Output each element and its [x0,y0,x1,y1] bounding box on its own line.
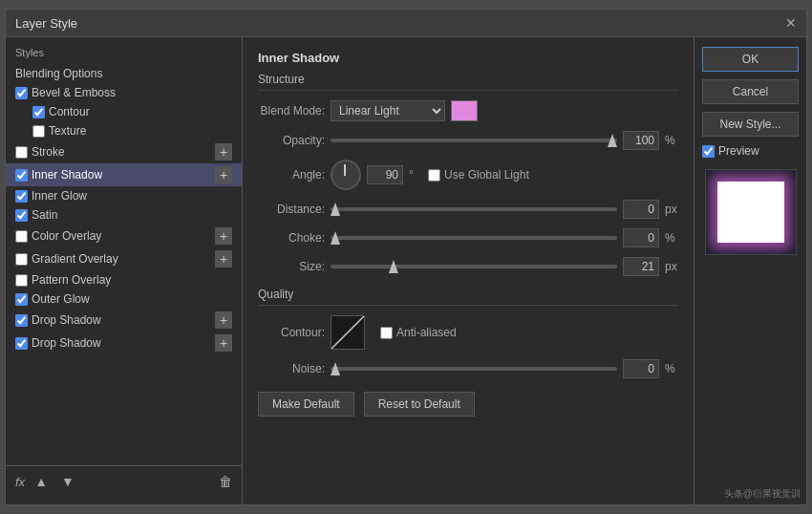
sidebar-item-bevel-emboss[interactable]: Bevel & Emboss [6,83,242,102]
quality-section: Quality Contour: Anti-aliased [258,288,678,378]
drop-shadow-1-checkbox[interactable] [15,314,28,327]
sidebar-item-gradient-overlay[interactable]: Gradient Overlay + [6,247,242,270]
angle-dial[interactable] [331,160,361,190]
inner-shadow-checkbox[interactable] [15,169,28,182]
choke-row: Choke: % [258,228,678,247]
size-slider[interactable] [331,265,617,268]
ok-button[interactable]: OK [702,47,799,72]
move-up-button[interactable]: ▲ [31,472,52,491]
size-input[interactable] [623,257,659,276]
angle-label: Angle: [258,168,325,182]
contour-preview[interactable] [331,315,365,350]
contour-label: Contour: [258,326,325,339]
right-panel: OK Cancel New Style... Preview [694,37,806,504]
anti-aliased-checkbox[interactable] [380,327,393,339]
color-overlay-label: Color Overlay [32,229,215,243]
choke-unit: % [665,231,678,245]
delete-button[interactable]: 🗑 [219,474,232,489]
size-unit: px [665,260,678,273]
drop-shadow-2-add-button[interactable]: + [215,334,232,352]
preview-checkbox[interactable] [702,145,715,158]
inner-glow-checkbox[interactable] [15,190,28,203]
sidebar-item-satin[interactable]: Satin [6,205,242,225]
choke-input[interactable] [623,228,659,247]
sidebar-item-stroke[interactable]: Stroke + [6,140,242,163]
sidebar-item-texture[interactable]: Texture [6,121,242,140]
contour-row: Contour: Anti-aliased [258,315,678,350]
structure-label: Structure [258,73,678,91]
contour-label: Contour [49,105,232,118]
color-overlay-add-button[interactable]: + [215,227,232,245]
outer-glow-checkbox[interactable] [15,293,28,306]
drop-shadow-1-add-button[interactable]: + [215,311,232,329]
close-button[interactable]: ✕ [785,15,797,31]
noise-label: Noise: [258,362,325,375]
noise-input[interactable] [623,359,659,378]
bevel-emboss-label: Bevel & Emboss [32,86,232,99]
section-title: Inner Shadow [258,51,678,65]
layer-style-dialog: Layer Style ✕ Styles Blending Options Be… [5,9,807,505]
anti-aliased-label[interactable]: Anti-aliased [380,326,457,339]
opacity-label: Opacity: [258,134,325,147]
pattern-overlay-label: Pattern Overlay [32,273,232,287]
texture-checkbox[interactable] [32,125,45,138]
noise-slider[interactable] [331,367,617,371]
gradient-overlay-label: Gradient Overlay [32,252,215,266]
distance-slider[interactable] [331,207,617,211]
choke-slider-container [331,236,617,240]
styles-header: Styles [6,45,242,64]
preview-label[interactable]: Preview [702,144,799,158]
bevel-emboss-checkbox[interactable] [15,87,28,99]
dialog-title: Layer Style [15,16,77,31]
make-default-button[interactable]: Make Default [258,392,354,417]
stroke-label: Stroke [32,145,215,159]
sidebar-item-inner-glow[interactable]: Inner Glow [6,186,242,205]
opacity-slider[interactable] [331,139,617,142]
color-overlay-checkbox[interactable] [15,230,28,243]
move-down-button[interactable]: ▼ [57,472,78,491]
sidebar-item-outer-glow[interactable]: Outer Glow [6,289,242,309]
preview-text: Preview [718,144,759,158]
use-global-light-checkbox[interactable] [428,169,440,182]
drop-shadow-1-label: Drop Shadow [32,313,215,327]
blend-mode-color-swatch[interactable] [451,100,478,121]
use-global-light-label[interactable]: Use Global Light [428,168,529,182]
new-style-button[interactable]: New Style... [702,112,799,137]
blend-mode-select[interactable]: Normal Dissolve Multiply Screen Overlay … [331,100,445,121]
sidebar-item-drop-shadow-1[interactable]: Drop Shadow + [6,309,242,332]
gradient-overlay-add-button[interactable]: + [215,250,232,268]
stroke-add-button[interactable]: + [215,143,232,161]
left-panel: Styles Blending Options Bevel & Emboss C… [6,37,243,504]
sidebar-item-contour[interactable]: Contour [6,102,242,121]
sidebar-item-color-overlay[interactable]: Color Overlay + [6,225,242,247]
blend-mode-row: Blend Mode: Normal Dissolve Multiply Scr… [258,100,678,121]
opacity-row: Opacity: % [258,131,678,150]
inner-shadow-add-button[interactable]: + [215,166,232,183]
contour-checkbox[interactable] [32,106,45,118]
sidebar-item-pattern-overlay[interactable]: Pattern Overlay [6,270,242,289]
distance-label: Distance: [258,203,325,216]
blending-options-item[interactable]: Blending Options [6,64,242,83]
angle-input[interactable] [367,165,403,184]
action-buttons: Make Default Reset to Default [258,392,678,417]
anti-aliased-text: Anti-aliased [396,326,457,339]
noise-slider-container [331,367,617,371]
satin-checkbox[interactable] [15,209,28,222]
size-slider-container [331,265,617,268]
opacity-input[interactable] [623,131,659,150]
cancel-button[interactable]: Cancel [702,79,799,104]
size-row: Size: px [258,257,678,276]
distance-input[interactable] [623,200,659,219]
drop-shadow-2-checkbox[interactable] [15,337,28,350]
noise-row: Noise: % [258,359,678,378]
stroke-checkbox[interactable] [15,146,28,159]
sidebar-item-drop-shadow-2[interactable]: Drop Shadow + [6,332,242,354]
choke-slider[interactable] [331,236,617,240]
gradient-overlay-checkbox[interactable] [15,253,28,266]
pattern-overlay-checkbox[interactable] [15,274,28,287]
reset-to-default-button[interactable]: Reset to Default [364,392,475,417]
drop-shadow-2-label: Drop Shadow [32,336,215,350]
angle-row: Angle: ° Use Global Light [258,160,678,190]
sidebar-item-inner-shadow[interactable]: Inner Shadow + [6,163,242,186]
bottom-bar: fx ▲ ▼ 🗑 [6,465,242,497]
